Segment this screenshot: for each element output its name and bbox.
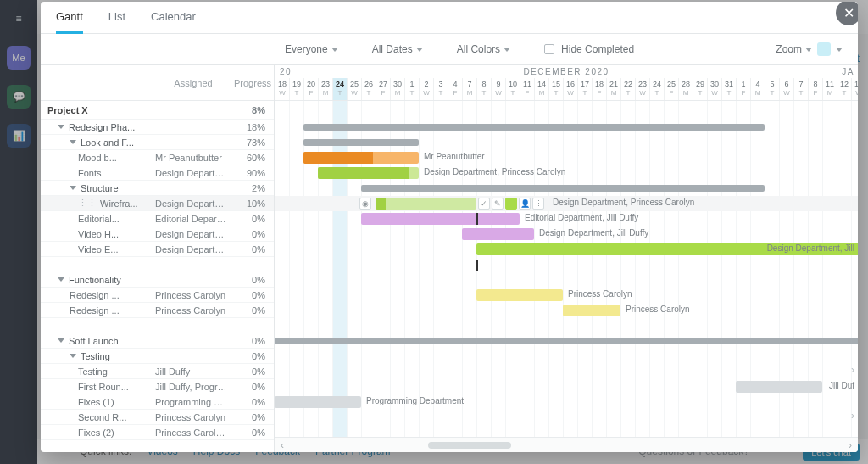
scroll-left-icon[interactable]: ‹ — [275, 439, 290, 451]
filter-all-dates[interactable]: All Dates — [372, 43, 423, 55]
collapse-icon[interactable] — [58, 125, 64, 129]
row-name: Testing — [78, 366, 108, 377]
drag-handle-icon[interactable]: ⋮⋮ — [78, 198, 97, 209]
horizontal-scrollbar[interactable]: ‹ › — [275, 437, 858, 452]
day-column: 16W — [563, 78, 577, 100]
task-bar[interactable] — [376, 198, 476, 210]
chevron-down-icon — [331, 48, 338, 52]
bar-label: Design Department, Princess Carolyn — [553, 198, 694, 207]
task-row[interactable]: Video H...Design Department, J0% — [41, 226, 274, 242]
task-row[interactable]: Redesign ...Princess Carolyn0% — [41, 288, 274, 303]
group-row[interactable]: Testing0% — [41, 349, 274, 364]
day-column: 24T — [332, 78, 347, 100]
tab-gantt[interactable]: Gantt — [56, 10, 83, 34]
day-column: 13W — [851, 78, 858, 100]
bar-label: Mr Peanutbutter — [424, 152, 485, 161]
task-row[interactable]: Redesign ...Princess Carolyn0% — [41, 303, 274, 318]
day-column: 1T — [404, 78, 419, 100]
day-column: 15T — [548, 78, 563, 100]
color-icon[interactable] — [505, 198, 517, 210]
collapse-icon[interactable] — [70, 354, 76, 358]
zoom-control[interactable]: Zoom — [776, 43, 812, 55]
task-bar[interactable] — [736, 381, 822, 393]
row-assigned: Princess Carolyn — [155, 412, 231, 422]
collapse-icon[interactable] — [70, 140, 76, 144]
task-row[interactable]: ⋮⋮Wirefra...Design Department, P10% — [41, 196, 274, 211]
task-row[interactable]: First Roun...Jill Duffy, Programmin0% — [41, 379, 274, 394]
collapse-icon[interactable] — [70, 186, 76, 190]
collapse-icon[interactable] — [58, 277, 64, 282]
day-column: 31T — [721, 78, 736, 100]
task-bar[interactable] — [361, 213, 520, 225]
filter-all-colors[interactable]: All Colors — [457, 43, 510, 55]
check-icon[interactable]: ✓ — [478, 198, 490, 210]
bar-label: Princess Carolyn — [568, 289, 632, 299]
tab-calendar[interactable]: Calendar — [151, 10, 196, 33]
month-next: JA — [842, 67, 854, 76]
day-column: 10T — [505, 78, 520, 100]
group-row[interactable]: Look and F...73% — [41, 135, 274, 150]
group-row[interactable]: Functionality0% — [41, 272, 274, 288]
filter-hide-completed[interactable]: Hide Completed — [544, 43, 634, 55]
group-row[interactable]: Redesign Pha...18% — [41, 120, 274, 135]
day-column: 22T — [620, 78, 635, 100]
task-bar[interactable] — [303, 152, 419, 164]
day-column: 1F — [736, 78, 750, 100]
group-bar[interactable] — [303, 139, 419, 146]
row-name: Editorial... — [78, 214, 120, 224]
task-row[interactable]: Video E...Design Department, J0% — [41, 242, 274, 257]
gantt-chart[interactable]: 20DECEMBER 2020JA 18W19T20F23M24T25W26T2… — [275, 65, 858, 452]
project-row[interactable]: Project X8% — [41, 101, 274, 120]
task-row[interactable]: Editorial...Editorial Department,0% — [41, 211, 274, 226]
day-column: 26T — [361, 78, 376, 100]
task-row[interactable]: Mood b...Mr Peanutbutter60% — [41, 150, 274, 165]
task-row[interactable]: Fixes (1)Programming Departm0% — [41, 394, 274, 410]
task-bar[interactable] — [563, 305, 620, 316]
col-header-assigned: Assigned — [155, 65, 231, 100]
row-progress: 0% — [231, 305, 274, 316]
checkbox-icon[interactable] — [544, 44, 554, 54]
gantt-modal: ✕ GanttListCalendar Everyone All Dates A… — [41, 2, 858, 452]
scroll-right-icon[interactable]: › — [843, 439, 858, 451]
scroll-to-bar-icon[interactable]: › — [851, 410, 854, 422]
group-row[interactable]: Soft Launch0% — [41, 333, 274, 349]
row-name: Redesign Pha... — [69, 122, 135, 132]
task-row[interactable]: Fixes (2)Princess Carolyn, Prog0% — [41, 425, 274, 440]
day-column: 30W — [707, 78, 721, 100]
task-bar[interactable] — [318, 167, 419, 179]
group-bar[interactable] — [275, 338, 858, 344]
tab-list[interactable]: List — [108, 10, 125, 33]
row-assigned: Programming Departm — [155, 397, 231, 407]
scroll-to-bar-icon[interactable]: › — [851, 364, 854, 376]
row-assigned: Jill Duffy, Programmin — [155, 382, 231, 392]
task-row[interactable]: Second R...Princess Carolyn0% — [41, 410, 274, 425]
group-bar[interactable] — [303, 124, 765, 131]
task-row[interactable]: TestingJill Duffy0% — [41, 364, 274, 379]
group-bar[interactable] — [361, 185, 765, 192]
collapse-icon[interactable] — [58, 338, 64, 343]
scroll-thumb[interactable] — [428, 442, 511, 449]
month-prev: 20 — [280, 67, 292, 76]
row-name: Wirefra... — [100, 198, 138, 209]
task-bar[interactable] — [476, 289, 563, 301]
day-column: 14M — [534, 78, 548, 100]
row-progress: 60% — [231, 153, 274, 163]
day-column: 3T — [433, 78, 448, 100]
close-icon[interactable]: ✕ — [836, 2, 858, 25]
day-column: 7T — [793, 78, 808, 100]
view-tabs: GanttListCalendar — [41, 2, 858, 34]
user-icon[interactable]: 👤 — [519, 198, 531, 210]
row-assigned: Jill Duffy — [155, 366, 231, 377]
day-column: 25W — [347, 78, 361, 100]
group-row[interactable]: Structure2% — [41, 181, 274, 196]
row-assigned: Design Department, J — [155, 229, 231, 239]
filter-everyone[interactable]: Everyone — [285, 43, 338, 55]
task-row[interactable]: FontsDesign Department, P90% — [41, 165, 274, 181]
color-swatch[interactable] — [817, 42, 831, 56]
handle-left-icon[interactable]: ◉ — [359, 198, 371, 210]
task-bar[interactable] — [462, 228, 534, 240]
row-progress: 2% — [231, 183, 274, 193]
edit-icon[interactable]: ✎ — [492, 198, 504, 210]
task-bar[interactable] — [275, 396, 361, 408]
more-icon[interactable]: ⋮ — [532, 198, 544, 210]
